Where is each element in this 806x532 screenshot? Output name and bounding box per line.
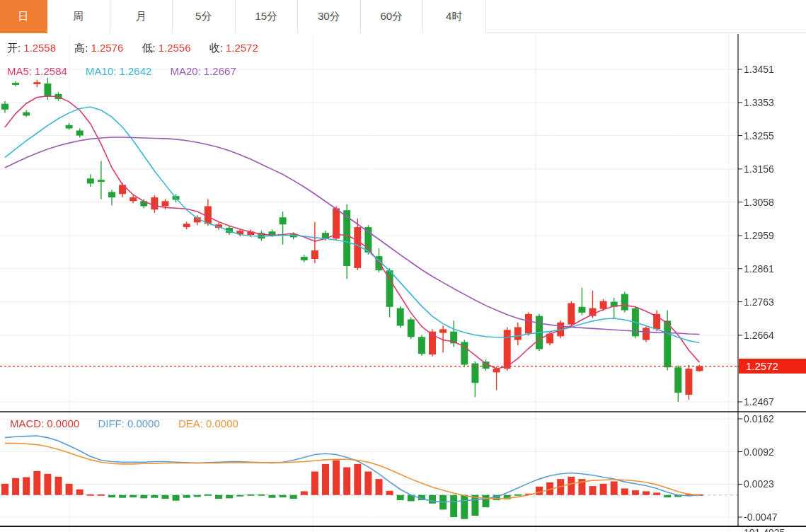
high-value: 1.2576 bbox=[91, 42, 123, 54]
tab-15min[interactable]: 15分 bbox=[236, 0, 299, 33]
tab-5min[interactable]: 5分 bbox=[173, 0, 236, 33]
macd-label: MACD: bbox=[10, 417, 44, 429]
ma10-value: 1.2642 bbox=[119, 65, 151, 77]
close-label: 收: bbox=[209, 42, 223, 54]
price-axis-label: 1.3058 bbox=[744, 197, 774, 208]
period-toolbar: 日周月5分15分30分60分4时 bbox=[0, 0, 806, 33]
tab-day[interactable]: 日 bbox=[0, 0, 47, 33]
price-axis-label: 1.2467 bbox=[744, 396, 774, 407]
macd-axis-label: 0.0162 bbox=[744, 413, 774, 424]
ma20-value: 1.2667 bbox=[204, 65, 236, 77]
low-label: 低: bbox=[142, 42, 155, 54]
open-value: 1.2558 bbox=[23, 42, 56, 54]
close-value: 1.2572 bbox=[226, 42, 258, 54]
ma5-label: MA5: bbox=[7, 65, 32, 77]
price-axis-label: 1.3451 bbox=[744, 64, 774, 75]
trading-chart-page: { "toolbar": { "tabs": [ {"key":"day","l… bbox=[0, 0, 806, 532]
macd-axis-label: 0.0023 bbox=[744, 478, 774, 490]
price-axis-label: 1.2763 bbox=[744, 296, 774, 308]
diff-value: 0.0000 bbox=[127, 417, 160, 429]
macd-axis-label: 0.0092 bbox=[744, 446, 774, 458]
macd-legend: MACD:0.0000 DIFF:0.0000 DEA:0.0000 bbox=[10, 417, 241, 429]
tab-60min[interactable]: 60分 bbox=[361, 0, 424, 33]
ma5-value: 1.2584 bbox=[35, 65, 67, 77]
tab-4hour[interactable]: 4时 bbox=[423, 0, 486, 33]
price-axis-label: 1.3255 bbox=[744, 130, 774, 141]
ohlc-legend: 开:1.2558 高:1.2576 低:1.2556 收:1.2572 bbox=[7, 42, 261, 55]
macd-axis-label: -0.0047 bbox=[744, 511, 777, 523]
price-axis-label: 1.2664 bbox=[744, 330, 774, 341]
dea-label: DEA: bbox=[178, 417, 203, 429]
diff-label: DIFF: bbox=[98, 417, 125, 429]
open-label: 开: bbox=[7, 42, 21, 54]
high-label: 高: bbox=[74, 42, 88, 54]
ma20-label: MA20: bbox=[171, 65, 201, 77]
price-axis-label: 1.2861 bbox=[744, 263, 774, 274]
price-axis-label: 1.3353 bbox=[744, 97, 774, 108]
tab-month[interactable]: 月 bbox=[110, 0, 173, 33]
ma-legend: MA5:1.2584 MA10:1.2642 MA20:1.2667 bbox=[7, 65, 239, 77]
current-price-tag: 1.2572 bbox=[739, 359, 806, 374]
next-pane-axis-label-partial: 101.4935 bbox=[744, 527, 785, 532]
price-axis-label: 1.3156 bbox=[744, 163, 774, 175]
ma10-label: MA10: bbox=[86, 65, 116, 77]
price-axis-label: 1.2959 bbox=[744, 230, 774, 241]
tab-30min[interactable]: 30分 bbox=[298, 0, 361, 33]
candlestick-chart-canvas[interactable] bbox=[0, 0, 806, 532]
dea-value: 0.0000 bbox=[206, 417, 238, 429]
tab-week[interactable]: 周 bbox=[47, 0, 110, 33]
low-value: 1.2556 bbox=[159, 42, 191, 54]
macd-value: 0.0000 bbox=[47, 417, 79, 429]
